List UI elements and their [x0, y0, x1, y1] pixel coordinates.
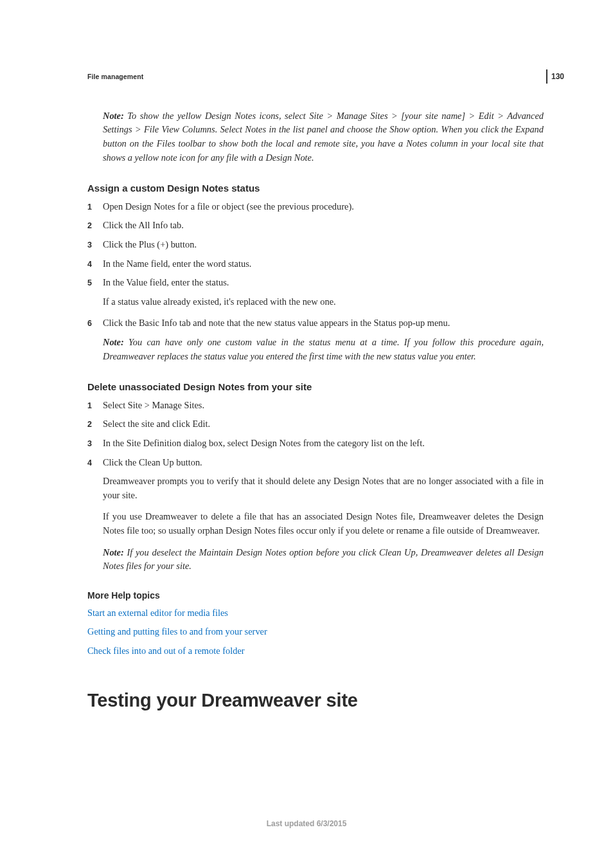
page-number-rule [546, 69, 547, 84]
list-item: Click the Plus (+) button. [87, 238, 544, 252]
steps-delete-notes: Select Site > Manage Sites. Select the s… [87, 399, 544, 574]
step-text: In the Site Definition dialog box, selec… [103, 438, 425, 448]
step-text: Click the Clean Up button. [103, 457, 202, 467]
help-link[interactable]: Start an external editor for media files [87, 606, 544, 620]
note-text: To show the yellow Design Notes icons, s… [103, 111, 544, 163]
step-sub: Dreamweaver prompts you to verify that i… [103, 475, 544, 574]
page-number-block: 130 [546, 69, 564, 84]
step-text: Click the Basic Info tab and note that t… [103, 318, 450, 328]
step-text: Click the Plus (+) button. [103, 239, 197, 249]
note-label: Note: [103, 337, 124, 347]
page-title: Testing your Dreamweaver site [87, 687, 544, 715]
heading-delete-notes: Delete unassociated Design Notes from yo… [87, 380, 544, 395]
note-text: If you deselect the Maintain Design Note… [103, 547, 544, 572]
step-sub-text: Dreamweaver prompts you to verify that i… [103, 475, 544, 502]
step-text: Click the All Info tab. [103, 220, 184, 230]
heading-more-help: More Help topics [87, 589, 544, 602]
step-text: In the Value field, enter the status. [103, 277, 229, 287]
list-item: In the Value field, enter the status. If… [87, 276, 544, 309]
steps-assign-status: Open Design Notes for a file or object (… [87, 200, 544, 363]
list-item: Open Design Notes for a file or object (… [87, 200, 544, 214]
footer-updated: Last updated 6/3/2015 [0, 818, 613, 829]
list-item: Select Site > Manage Sites. [87, 399, 544, 413]
page-number: 130 [551, 69, 564, 84]
step-text: Open Design Notes for a file or object (… [103, 201, 354, 212]
intro-note: Note: To show the yellow Design Notes ic… [103, 109, 544, 165]
note-label: Note: [103, 547, 124, 557]
step-note: Note: You can have only one custom value… [103, 336, 544, 363]
note-label: Note: [103, 111, 124, 121]
list-item: Click the All Info tab. [87, 219, 544, 233]
list-item: Click the Basic Info tab and note that t… [87, 316, 544, 363]
step-text: Select the site and click Edit. [103, 419, 210, 429]
step-sub: If a status value already existed, it's … [103, 295, 544, 309]
list-item: Click the Clean Up button. Dreamweaver p… [87, 456, 544, 574]
heading-assign-status: Assign a custom Design Notes status [87, 181, 544, 196]
step-text: In the Name field, enter the word status… [103, 258, 251, 269]
list-item: Select the site and click Edit. [87, 417, 544, 431]
help-link[interactable]: Getting and putting files to and from yo… [87, 625, 544, 639]
note-text: You can have only one custom value in th… [103, 337, 544, 361]
step-sub-text: If a status value already existed, it's … [103, 295, 544, 309]
list-item: In the Site Definition dialog box, selec… [87, 437, 544, 451]
step-text: Select Site > Manage Sites. [103, 400, 204, 410]
running-header: File management [87, 72, 544, 82]
step-sub-text: If you use Dreamweaver to delete a file … [103, 510, 544, 538]
list-item: In the Name field, enter the word status… [87, 257, 544, 271]
help-link[interactable]: Check files into and out of a remote fol… [87, 644, 544, 658]
